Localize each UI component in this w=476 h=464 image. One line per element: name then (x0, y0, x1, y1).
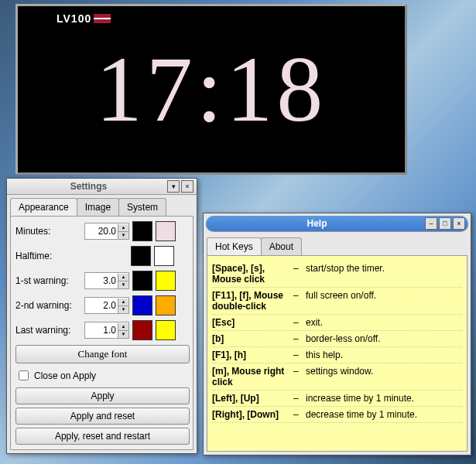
spin-down-icon[interactable]: ▼ (118, 306, 128, 313)
hotkey-key: [m], Mouse right click (212, 366, 293, 387)
warn2-label: 2-nd warning: (15, 300, 81, 311)
help-title: Help (209, 218, 425, 229)
halftime-label: Halftime: (15, 251, 81, 261)
hotkey-desc: border-less on/off. (306, 333, 462, 344)
help-titlebar[interactable]: Help – □ × (206, 216, 468, 232)
help-window: Help – □ × Hot Keys About [Space], [s], … (203, 213, 471, 455)
hotkey-desc: this help. (306, 350, 462, 360)
spin-up-icon[interactable]: ▲ (118, 274, 128, 281)
hotkey-row: [Esc]–exit. (212, 315, 462, 331)
tab-about[interactable]: About (261, 237, 302, 255)
close-icon[interactable]: × (181, 180, 193, 193)
hotkey-desc: start/stop the timer. (306, 263, 462, 285)
apply-button[interactable]: Apply (15, 387, 190, 404)
dash: – (293, 290, 306, 312)
last-spinbox[interactable]: ▲▼ (84, 322, 129, 339)
warn2-fg-swatch[interactable] (132, 295, 152, 316)
hotkey-key: [b] (212, 333, 293, 344)
warn1-input[interactable] (85, 275, 118, 287)
hotkey-key: [F11], [f], Mouse double-click (212, 290, 293, 312)
settings-tabs: Appearance Image System (7, 195, 197, 216)
dash: – (293, 333, 306, 344)
hotkey-row: [F11], [f], Mouse double-click–full scre… (212, 288, 462, 315)
spin-up-icon[interactable]: ▲ (118, 299, 128, 306)
spin-down-icon[interactable]: ▼ (118, 331, 128, 338)
apply-reset-restart-button[interactable]: Apply, reset and restart (15, 428, 190, 445)
hotkey-desc: exit. (306, 317, 462, 328)
last-bg-swatch[interactable] (156, 320, 176, 340)
hotkey-key: [Right], [Down] (212, 409, 293, 420)
dash: – (293, 350, 306, 360)
settings-window: Settings ▾ × Appearance Image System Min… (6, 178, 197, 454)
tab-system[interactable]: System (118, 198, 166, 216)
hotkey-desc: increase time by 1 minute. (306, 393, 462, 404)
hotkey-row: [b]–border-less on/off. (212, 331, 462, 347)
hotkey-key: [Left], [Up] (212, 393, 293, 404)
apply-reset-button[interactable]: Apply and reset (15, 408, 190, 425)
warn2-spinbox[interactable]: ▲▼ (84, 297, 129, 314)
dash: – (293, 263, 306, 285)
hotkey-desc: full screen on/off. (306, 290, 462, 312)
hotkey-key: [Space], [s], Mouse click (212, 263, 293, 285)
dash: – (293, 366, 306, 387)
timer-time: 17:18 (96, 43, 327, 136)
timer-logo: LV100 (57, 12, 111, 25)
flag-icon (94, 14, 111, 23)
warn2-bg-swatch[interactable] (156, 295, 176, 316)
logo-text: LV100 (57, 12, 91, 25)
minimize-icon[interactable]: ▾ (167, 180, 180, 193)
settings-body: Minutes: ▲▼ Halftime: 1-st warning: ▲▼ (10, 216, 193, 450)
last-input[interactable] (85, 324, 118, 336)
warn1-fg-swatch[interactable] (132, 271, 152, 291)
minutes-spinbox[interactable]: ▲▼ (84, 223, 129, 240)
tab-hotkeys[interactable]: Hot Keys (207, 237, 262, 255)
minutes-fg-swatch[interactable] (132, 221, 152, 241)
spin-up-icon[interactable]: ▲ (118, 323, 128, 331)
spin-down-icon[interactable]: ▼ (118, 232, 128, 239)
hotkey-row: [m], Mouse right click–settings window. (212, 363, 462, 391)
hotkey-key: [Esc] (212, 317, 293, 328)
help-tabs: Hot Keys About (204, 234, 471, 255)
minutes-bg-swatch[interactable] (156, 221, 176, 241)
warn1-label: 1-st warning: (15, 275, 81, 286)
halftime-fg-swatch[interactable] (131, 246, 151, 266)
minutes-label: Minutes: (15, 226, 81, 237)
warn1-bg-swatch[interactable] (156, 271, 176, 291)
hotkey-row: [Space], [s], Mouse click–start/stop the… (212, 261, 462, 288)
dash: – (293, 317, 306, 328)
settings-titlebar[interactable]: Settings ▾ × (7, 179, 197, 195)
maximize-icon[interactable]: □ (439, 217, 451, 230)
close-on-apply-label: Close on Apply (34, 370, 96, 381)
change-font-button[interactable]: Change font (15, 345, 190, 363)
warn1-spinbox[interactable]: ▲▼ (84, 272, 129, 289)
close-icon[interactable]: × (453, 217, 465, 230)
spin-up-icon[interactable]: ▲ (118, 224, 128, 232)
spin-down-icon[interactable]: ▼ (118, 281, 128, 288)
timer-display[interactable]: LV100 17:18 (15, 4, 407, 175)
hotkey-key: [F1], [h] (212, 350, 293, 360)
tab-appearance[interactable]: Appearance (10, 198, 77, 216)
help-body: [Space], [s], Mouse click–start/stop the… (207, 255, 467, 452)
hotkey-desc: decrease time by 1 minute. (306, 409, 462, 420)
halftime-bg-swatch[interactable] (154, 246, 174, 266)
minutes-input[interactable] (85, 225, 118, 237)
close-on-apply-box[interactable] (19, 370, 29, 380)
last-fg-swatch[interactable] (132, 320, 152, 340)
tab-image[interactable]: Image (77, 198, 119, 216)
hotkey-row: [Right], [Down]–decrease time by 1 minut… (212, 407, 462, 423)
last-label: Last warning: (15, 325, 81, 336)
close-on-apply-checkbox[interactable]: Close on Apply (15, 368, 188, 383)
settings-title: Settings (10, 181, 167, 192)
hotkey-desc: settings window. (306, 366, 462, 387)
dash: – (293, 409, 306, 420)
warn2-input[interactable] (85, 299, 118, 312)
hotkey-row: [F1], [h]–this help. (212, 347, 462, 363)
minimize-icon[interactable]: – (425, 217, 437, 230)
hotkey-row: [Left], [Up]–increase time by 1 minute. (212, 391, 462, 407)
dash: – (293, 393, 306, 404)
